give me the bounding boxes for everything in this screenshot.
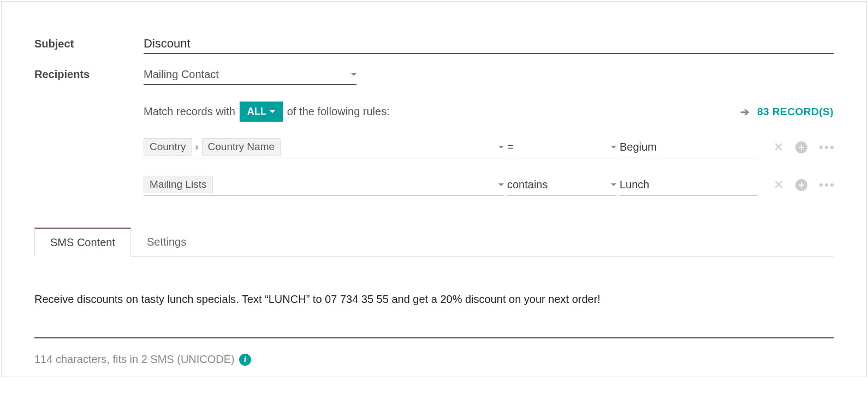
subject-label: Subject: [34, 34, 144, 50]
recipients-field-wrap: Mailing Contact Match records with ALL o…: [144, 65, 834, 211]
form-container: Subject Recipients Mailing Contact Match…: [1, 1, 867, 377]
char-info-text: 114 characters, fits in 2 SMS (UNICODE): [34, 353, 235, 366]
tabs: SMS Content Settings: [34, 228, 834, 257]
rule-actions: ✕: [761, 178, 834, 192]
caret-down-icon: [611, 183, 616, 186]
rule-field-select[interactable]: Mailing Lists: [144, 174, 504, 196]
form-area: Subject Recipients Mailing Contact Match…: [2, 2, 866, 267]
recipients-label: Recipients: [34, 65, 144, 81]
rule-actions: ✕: [761, 140, 834, 154]
sms-content-input[interactable]: [34, 291, 834, 338]
add-rule-icon[interactable]: [795, 141, 807, 153]
caret-down-icon: [270, 110, 275, 113]
remove-rule-icon[interactable]: ✕: [774, 178, 783, 192]
field-chip: Country: [144, 138, 192, 156]
chevron-right-icon: ›: [195, 141, 199, 153]
more-icon[interactable]: [819, 183, 834, 187]
caret-down-icon: [498, 183, 504, 186]
field-chip: Country Name: [202, 138, 281, 156]
rule-operator-select[interactable]: contains: [507, 174, 616, 196]
recipients-value: Mailing Contact: [144, 68, 219, 81]
char-info: 114 characters, fits in 2 SMS (UNICODE) …: [34, 353, 834, 366]
match-pre-text: Match records with: [144, 105, 235, 118]
caret-down-icon: [611, 146, 616, 148]
arrow-right-icon: ➔: [740, 105, 750, 118]
rule-row: Country › Country Name = ✕: [144, 136, 834, 158]
records-count-link[interactable]: 83 RECORD(S): [757, 106, 834, 118]
match-mode-label: ALL: [247, 106, 266, 117]
subject-input[interactable]: [144, 34, 834, 54]
operator-value: contains: [507, 178, 548, 191]
rule-value-input[interactable]: [620, 136, 758, 158]
caret-down-icon: [351, 73, 356, 76]
match-mode-dropdown[interactable]: ALL: [240, 102, 283, 122]
more-icon[interactable]: [819, 146, 834, 149]
field-chip: Mailing Lists: [144, 176, 213, 193]
tab-sms-content[interactable]: SMS Content: [34, 228, 131, 257]
add-rule-icon[interactable]: [795, 179, 807, 191]
subject-field-wrap: [144, 34, 834, 54]
operator-value: =: [507, 141, 514, 153]
rule-value-input[interactable]: [620, 174, 758, 196]
rule-field-select[interactable]: Country › Country Name: [144, 136, 504, 158]
rule-operator-select[interactable]: =: [507, 136, 616, 158]
info-icon[interactable]: i: [239, 354, 251, 366]
rule-row: Mailing Lists contains ✕: [144, 174, 834, 196]
rules-area: Country › Country Name = ✕: [144, 136, 834, 196]
subject-row: Subject: [34, 34, 834, 54]
match-row: Match records with ALL of the following …: [144, 102, 834, 122]
tab-content: 114 characters, fits in 2 SMS (UNICODE) …: [2, 267, 866, 377]
remove-rule-icon[interactable]: ✕: [774, 140, 783, 154]
recipients-select[interactable]: Mailing Contact: [144, 65, 356, 85]
recipients-row: Recipients Mailing Contact Match records…: [34, 65, 834, 211]
match-post-text: of the following rules:: [287, 105, 390, 118]
caret-down-icon: [498, 146, 504, 148]
tab-settings[interactable]: Settings: [131, 228, 202, 257]
